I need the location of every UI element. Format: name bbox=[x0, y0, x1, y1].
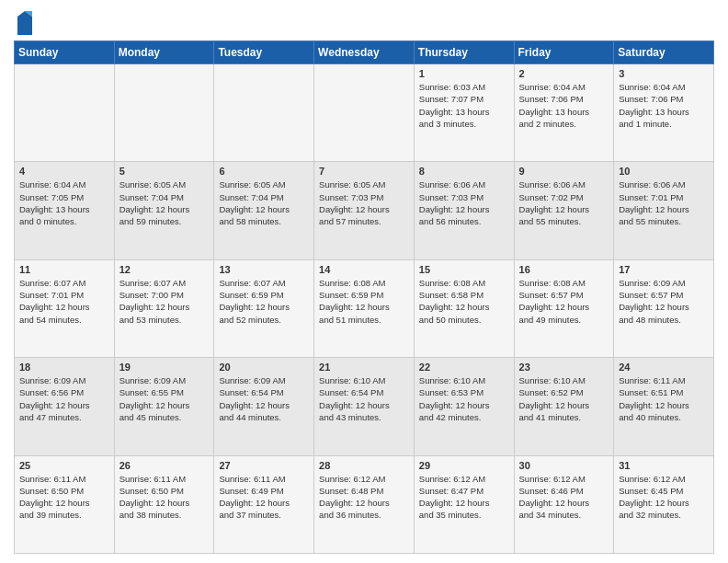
calendar-week-row: 18Sunrise: 6:09 AM Sunset: 6:56 PM Dayli… bbox=[15, 358, 714, 455]
calendar-day-cell: 23Sunrise: 6:10 AM Sunset: 6:52 PM Dayli… bbox=[514, 358, 614, 455]
day-info: Sunrise: 6:07 AM Sunset: 7:00 PM Dayligh… bbox=[119, 277, 210, 326]
day-number: 18 bbox=[19, 362, 109, 373]
day-info: Sunrise: 6:04 AM Sunset: 7:06 PM Dayligh… bbox=[519, 81, 609, 130]
calendar-day-cell bbox=[314, 64, 415, 162]
calendar-day-cell bbox=[214, 64, 314, 162]
day-number: 9 bbox=[519, 166, 609, 177]
day-number: 20 bbox=[219, 362, 309, 373]
day-of-week-header: Monday bbox=[114, 41, 214, 64]
calendar-day-cell: 5Sunrise: 6:05 AM Sunset: 7:04 PM Daylig… bbox=[114, 162, 214, 259]
day-info: Sunrise: 6:05 AM Sunset: 7:03 PM Dayligh… bbox=[319, 178, 409, 227]
day-info: Sunrise: 6:06 AM Sunset: 7:03 PM Dayligh… bbox=[419, 178, 509, 227]
day-number: 24 bbox=[619, 362, 709, 373]
day-info: Sunrise: 6:10 AM Sunset: 6:52 PM Dayligh… bbox=[519, 374, 609, 423]
day-info: Sunrise: 6:11 AM Sunset: 6:50 PM Dayligh… bbox=[19, 473, 109, 522]
day-number: 26 bbox=[119, 460, 210, 471]
day-info: Sunrise: 6:12 AM Sunset: 6:48 PM Dayligh… bbox=[319, 473, 409, 522]
calendar-day-cell: 9Sunrise: 6:06 AM Sunset: 7:02 PM Daylig… bbox=[514, 162, 614, 259]
day-info: Sunrise: 6:07 AM Sunset: 7:01 PM Dayligh… bbox=[19, 277, 109, 326]
day-of-week-header: Sunday bbox=[15, 41, 115, 64]
calendar-day-cell: 19Sunrise: 6:09 AM Sunset: 6:55 PM Dayli… bbox=[114, 358, 214, 455]
calendar-day-cell: 28Sunrise: 6:12 AM Sunset: 6:48 PM Dayli… bbox=[314, 455, 415, 553]
calendar-day-cell: 12Sunrise: 6:07 AM Sunset: 7:00 PM Dayli… bbox=[114, 259, 214, 357]
calendar-day-cell: 31Sunrise: 6:12 AM Sunset: 6:45 PM Dayli… bbox=[614, 455, 714, 553]
calendar-day-cell: 3Sunrise: 6:04 AM Sunset: 7:06 PM Daylig… bbox=[614, 64, 714, 162]
day-number: 27 bbox=[219, 460, 309, 471]
day-info: Sunrise: 6:09 AM Sunset: 6:56 PM Dayligh… bbox=[19, 374, 109, 423]
day-info: Sunrise: 6:03 AM Sunset: 7:07 PM Dayligh… bbox=[419, 81, 509, 130]
day-number: 14 bbox=[319, 264, 409, 275]
day-info: Sunrise: 6:09 AM Sunset: 6:55 PM Dayligh… bbox=[119, 374, 210, 423]
day-info: Sunrise: 6:06 AM Sunset: 7:02 PM Dayligh… bbox=[519, 178, 609, 227]
day-number: 1 bbox=[419, 68, 509, 79]
header bbox=[14, 9, 714, 35]
day-info: Sunrise: 6:04 AM Sunset: 7:05 PM Dayligh… bbox=[19, 178, 109, 227]
calendar-day-cell: 11Sunrise: 6:07 AM Sunset: 7:01 PM Dayli… bbox=[15, 259, 115, 357]
calendar-table: SundayMondayTuesdayWednesdayThursdayFrid… bbox=[14, 40, 714, 554]
calendar-day-cell: 1Sunrise: 6:03 AM Sunset: 7:07 PM Daylig… bbox=[414, 64, 514, 162]
day-number: 30 bbox=[519, 460, 609, 471]
day-number: 6 bbox=[219, 166, 309, 177]
calendar-day-cell: 13Sunrise: 6:07 AM Sunset: 6:59 PM Dayli… bbox=[214, 259, 314, 357]
day-info: Sunrise: 6:12 AM Sunset: 6:47 PM Dayligh… bbox=[419, 473, 509, 522]
day-number: 13 bbox=[219, 264, 309, 275]
day-of-week-header: Friday bbox=[514, 41, 614, 64]
day-info: Sunrise: 6:05 AM Sunset: 7:04 PM Dayligh… bbox=[119, 178, 210, 227]
calendar-day-cell: 15Sunrise: 6:08 AM Sunset: 6:58 PM Dayli… bbox=[414, 259, 514, 357]
day-number: 22 bbox=[419, 362, 509, 373]
day-info: Sunrise: 6:08 AM Sunset: 6:58 PM Dayligh… bbox=[419, 277, 509, 326]
day-info: Sunrise: 6:08 AM Sunset: 6:57 PM Dayligh… bbox=[519, 277, 609, 326]
day-info: Sunrise: 6:09 AM Sunset: 6:57 PM Dayligh… bbox=[619, 277, 709, 326]
day-number: 5 bbox=[119, 166, 210, 177]
day-number: 31 bbox=[619, 460, 709, 471]
calendar-day-cell: 4Sunrise: 6:04 AM Sunset: 7:05 PM Daylig… bbox=[15, 162, 115, 259]
calendar-day-cell: 18Sunrise: 6:09 AM Sunset: 6:56 PM Dayli… bbox=[15, 358, 115, 455]
day-info: Sunrise: 6:06 AM Sunset: 7:01 PM Dayligh… bbox=[619, 178, 709, 227]
calendar-day-cell: 25Sunrise: 6:11 AM Sunset: 6:50 PM Dayli… bbox=[15, 455, 115, 553]
calendar-week-row: 11Sunrise: 6:07 AM Sunset: 7:01 PM Dayli… bbox=[15, 259, 714, 357]
calendar-day-cell: 27Sunrise: 6:11 AM Sunset: 6:49 PM Dayli… bbox=[214, 455, 314, 553]
page: SundayMondayTuesdayWednesdayThursdayFrid… bbox=[0, 0, 728, 563]
day-number: 3 bbox=[619, 68, 709, 79]
calendar-day-cell: 30Sunrise: 6:12 AM Sunset: 6:46 PM Dayli… bbox=[514, 455, 614, 553]
day-info: Sunrise: 6:12 AM Sunset: 6:45 PM Dayligh… bbox=[619, 473, 709, 522]
day-info: Sunrise: 6:04 AM Sunset: 7:06 PM Dayligh… bbox=[619, 81, 709, 130]
calendar-day-cell: 8Sunrise: 6:06 AM Sunset: 7:03 PM Daylig… bbox=[414, 162, 514, 259]
calendar-day-cell: 14Sunrise: 6:08 AM Sunset: 6:59 PM Dayli… bbox=[314, 259, 415, 357]
day-info: Sunrise: 6:07 AM Sunset: 6:59 PM Dayligh… bbox=[219, 277, 309, 326]
day-info: Sunrise: 6:09 AM Sunset: 6:54 PM Dayligh… bbox=[219, 374, 309, 423]
day-number: 29 bbox=[419, 460, 509, 471]
calendar-day-cell: 16Sunrise: 6:08 AM Sunset: 6:57 PM Dayli… bbox=[514, 259, 614, 357]
calendar-header: SundayMondayTuesdayWednesdayThursdayFrid… bbox=[15, 41, 714, 64]
day-of-week-header: Wednesday bbox=[314, 41, 415, 64]
day-number: 16 bbox=[519, 264, 609, 275]
calendar-day-cell: 6Sunrise: 6:05 AM Sunset: 7:04 PM Daylig… bbox=[214, 162, 314, 259]
day-number: 17 bbox=[619, 264, 709, 275]
calendar-day-cell: 29Sunrise: 6:12 AM Sunset: 6:47 PM Dayli… bbox=[414, 455, 514, 553]
day-info: Sunrise: 6:11 AM Sunset: 6:49 PM Dayligh… bbox=[219, 473, 309, 522]
day-number: 19 bbox=[119, 362, 210, 373]
calendar-week-row: 1Sunrise: 6:03 AM Sunset: 7:07 PM Daylig… bbox=[15, 64, 714, 162]
calendar-day-cell: 21Sunrise: 6:10 AM Sunset: 6:54 PM Dayli… bbox=[314, 358, 415, 455]
logo-icon bbox=[16, 9, 34, 35]
calendar-day-cell: 17Sunrise: 6:09 AM Sunset: 6:57 PM Dayli… bbox=[614, 259, 714, 357]
days-of-week-row: SundayMondayTuesdayWednesdayThursdayFrid… bbox=[15, 41, 714, 64]
day-info: Sunrise: 6:08 AM Sunset: 6:59 PM Dayligh… bbox=[319, 277, 409, 326]
day-number: 28 bbox=[319, 460, 409, 471]
day-of-week-header: Tuesday bbox=[214, 41, 314, 64]
day-number: 2 bbox=[519, 68, 609, 79]
day-info: Sunrise: 6:10 AM Sunset: 6:54 PM Dayligh… bbox=[319, 374, 409, 423]
day-info: Sunrise: 6:10 AM Sunset: 6:53 PM Dayligh… bbox=[419, 374, 509, 423]
day-number: 21 bbox=[319, 362, 409, 373]
day-of-week-header: Saturday bbox=[614, 41, 714, 64]
day-info: Sunrise: 6:12 AM Sunset: 6:46 PM Dayligh… bbox=[519, 473, 609, 522]
calendar-day-cell bbox=[114, 64, 214, 162]
calendar-day-cell: 22Sunrise: 6:10 AM Sunset: 6:53 PM Dayli… bbox=[414, 358, 514, 455]
day-number: 10 bbox=[619, 166, 709, 177]
day-info: Sunrise: 6:05 AM Sunset: 7:04 PM Dayligh… bbox=[219, 178, 309, 227]
day-number: 7 bbox=[319, 166, 409, 177]
svg-marker-0 bbox=[17, 17, 32, 35]
day-number: 25 bbox=[19, 460, 109, 471]
calendar-day-cell: 7Sunrise: 6:05 AM Sunset: 7:03 PM Daylig… bbox=[314, 162, 415, 259]
calendar-day-cell: 2Sunrise: 6:04 AM Sunset: 7:06 PM Daylig… bbox=[514, 64, 614, 162]
